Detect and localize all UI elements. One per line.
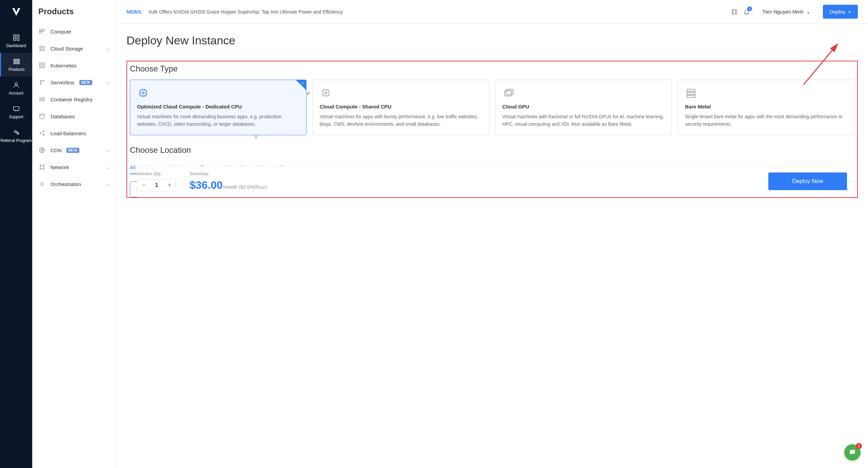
sidebar-icon (38, 163, 46, 171)
sidebar-icon (38, 79, 46, 86)
type-title: Cloud Compute - Shared CPU (320, 104, 482, 109)
svg-rect-0 (13, 35, 15, 37)
sidebar-item-compute[interactable]: Compute (32, 23, 116, 40)
rail-item-account[interactable]: Account (0, 77, 32, 100)
chat-fab[interactable]: 2 (844, 444, 861, 461)
sidebar-item-label: Databases (51, 114, 75, 119)
sidebar-item-load-balancers[interactable]: Load Balancers (32, 125, 116, 142)
deploy-now-button[interactable]: Deploy Now (768, 172, 847, 190)
sidebar-item-label: Cloud Storage (51, 46, 83, 52)
svg-rect-38 (140, 90, 146, 96)
type-icon (502, 87, 515, 99)
user-dropdown[interactable]: Tien Nguyen Minh ⌄ (762, 9, 810, 15)
rail-item-dashboard[interactable]: Dashboard (0, 29, 32, 53)
svg-rect-17 (43, 49, 44, 51)
chevron-down-icon: ⌄ (105, 79, 110, 85)
deploy-button[interactable]: Deploy + (823, 5, 858, 19)
sidebar-item-label: Container Registry (51, 97, 93, 102)
svg-rect-45 (687, 93, 695, 95)
svg-rect-2 (13, 38, 15, 40)
type-card-3[interactable]: Bare Metal Single tenant bare metal for … (678, 80, 854, 135)
sidebar-icon (38, 62, 46, 69)
sidebar-item-orchestration[interactable]: Orchestration ⌄ (32, 176, 116, 192)
type-desc: Virtual machines for apps with bursty pe… (320, 113, 482, 128)
svg-rect-26 (41, 99, 43, 100)
type-card-1[interactable]: Cloud Compute - Shared CPU Virtual machi… (313, 80, 489, 135)
svg-rect-37 (732, 9, 737, 14)
svg-rect-4 (14, 59, 20, 60)
rail-item-products[interactable]: Products (0, 53, 32, 77)
content: Deploy New Instance Choose Type ✓ Optimi… (116, 24, 868, 468)
qty-minus-button[interactable]: − (138, 179, 150, 191)
qty-plus-button[interactable]: + (163, 179, 176, 191)
sidebar-icon (38, 180, 46, 188)
promo-icon[interactable] (731, 8, 738, 15)
qty-label: Servers Qty: (137, 171, 176, 176)
notification-badge: 2 (747, 6, 752, 11)
chevron-down-icon: ⌄ (806, 9, 811, 15)
sidebar-item-databases[interactable]: Databases (32, 108, 116, 125)
sidebar-item-container-registry[interactable]: Container Registry (32, 91, 116, 108)
sidebar-item-label: Network (51, 164, 69, 170)
beta-badge: BETA (79, 80, 92, 85)
news-text[interactable]: Vultr Offers NVIDIA GH200 Grace Hopper S… (148, 9, 726, 15)
type-desc: Virtual machines with fractional or full… (502, 113, 665, 128)
chevron-down-icon: ⌄ (105, 147, 110, 153)
svg-rect-13 (40, 32, 42, 34)
rail-item-support[interactable]: Support (0, 100, 32, 124)
svg-point-7 (15, 83, 17, 85)
bottom-bar: Servers Qty: − 1 + Summary: $36.00/month… (137, 166, 847, 197)
type-desc: Virtual machines for more demanding busi… (137, 113, 299, 128)
price-hour: ($0.054/hour) (239, 184, 267, 190)
svg-point-39 (142, 92, 144, 94)
sidebar-item-label: Compute (51, 29, 71, 35)
svg-rect-42 (505, 91, 512, 96)
svg-rect-8 (13, 107, 19, 110)
type-title: Bare Metal (685, 104, 847, 109)
sidebar-icon (38, 129, 46, 137)
rail-item-referral[interactable]: Referral Program (0, 124, 32, 148)
svg-point-24 (40, 83, 41, 84)
sidebar-item-serverless[interactable]: Serverless BETA ⌄ (32, 74, 116, 91)
qty-value: 1 (150, 182, 163, 188)
sidebar-item-label: Orchestration (51, 181, 81, 187)
check-icon: ✓ (301, 81, 305, 86)
svg-point-9 (14, 131, 16, 133)
type-icon (137, 87, 149, 99)
qty-stepper: − 1 + (137, 179, 176, 192)
sidebar-item-cloud-storage[interactable]: Cloud Storage ⌄ (32, 40, 116, 57)
price-unit: /month (223, 184, 237, 190)
topbar: NEWS: Vultr Offers NVIDIA GH200 Grace Ho… (116, 0, 868, 24)
svg-rect-11 (40, 29, 42, 31)
news-label: NEWS: (126, 9, 143, 15)
svg-rect-15 (43, 46, 44, 48)
sidebar-item-cdn[interactable]: CDN BETA ⌄ (32, 142, 116, 159)
svg-rect-20 (40, 66, 42, 68)
svg-rect-18 (40, 63, 42, 65)
check-icon: ✓ (302, 182, 305, 187)
plus-icon: + (848, 9, 851, 15)
bell-icon[interactable]: 2 (743, 8, 750, 15)
chevron-down-icon: ⌄ (105, 164, 110, 170)
sidebar-item-label: Serverless (51, 80, 75, 85)
sidebar-item-label: Load Balancers (51, 130, 86, 136)
sidebar-icon (38, 96, 46, 103)
type-card-0[interactable]: ✓ Optimized Cloud Compute - Dedicated CP… (130, 80, 307, 135)
page-title: Deploy New Instance (126, 34, 858, 47)
sidebar-item-kubernetes[interactable]: Kubernetes (32, 57, 116, 74)
svg-point-41 (325, 92, 327, 94)
svg-rect-16 (40, 49, 41, 51)
svg-rect-21 (43, 66, 45, 68)
left-rail: Dashboard Products Account Support Refer… (0, 0, 32, 468)
svg-rect-19 (43, 63, 45, 65)
logo[interactable] (11, 7, 22, 19)
sidebar-item-label: CDN (51, 147, 62, 153)
sidebar-item-network[interactable]: Network ⌄ (32, 159, 116, 176)
svg-point-28 (40, 133, 41, 134)
svg-rect-14 (40, 46, 41, 48)
chevron-down-icon: ⌄ (105, 45, 110, 52)
price: $36.00 (190, 179, 223, 191)
type-icon (685, 87, 697, 99)
type-card-2[interactable]: Cloud GPU Virtual machines with fraction… (495, 80, 672, 135)
svg-point-33 (43, 165, 44, 166)
